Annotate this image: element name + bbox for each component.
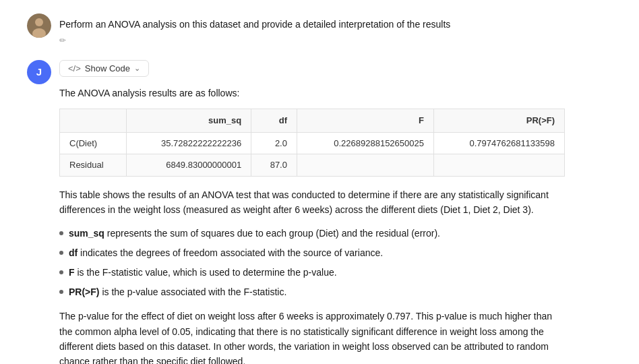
- bullet-dot: [59, 270, 63, 274]
- table-cell-row1-f: 0.22689288152650025: [297, 132, 433, 154]
- edit-icon[interactable]: ✏: [59, 34, 450, 47]
- table-cell-row2-df: 87.0: [251, 154, 297, 177]
- table-cell-row2-sumsq: 6849.83000000001: [127, 154, 251, 177]
- list-item: df indicates the degrees of freedom asso…: [59, 246, 565, 260]
- table-header-row-label: [60, 109, 127, 133]
- table-cell-row1-pr: 0.7974762681133598: [433, 132, 564, 154]
- table-cell-row1-sumsq: 35.72822222222236: [127, 132, 251, 154]
- table-header-sum-sq: sum_sq: [127, 109, 251, 133]
- list-item: F is the F-statistic value, which is use…: [59, 266, 565, 280]
- table-header-df: df: [251, 109, 297, 133]
- bullet-list: sum_sq represents the sum of squares due…: [59, 226, 565, 299]
- user-avatar: [27, 13, 51, 38]
- chevron-down-icon: ⌄: [134, 64, 140, 73]
- table-row: Residual 6849.83000000001 87.0: [60, 154, 565, 177]
- table-cell-row1-label: C(Diet): [60, 132, 127, 154]
- assistant-content: </> Show Code ⌄ The ANOVA analysis resul…: [59, 60, 565, 364]
- bullet-dot: [59, 231, 63, 235]
- intro-text: The ANOVA analysis results are as follow…: [59, 86, 565, 100]
- bullet-text-4: is the p-value associated with the F-sta…: [100, 286, 287, 297]
- bullet-term-3: F: [69, 267, 75, 278]
- table-cell-row2-f: [297, 154, 433, 177]
- user-message-bubble: Perform an ANOVA analysis on this datase…: [59, 13, 450, 47]
- user-message-text: Perform an ANOVA analysis on this datase…: [59, 19, 450, 30]
- show-code-button[interactable]: </> Show Code ⌄: [59, 60, 149, 77]
- table-header-pr: PR(>F): [433, 109, 564, 133]
- bullet-text-1: represents the sum of squares due to eac…: [104, 228, 440, 239]
- description-text: This table shows the results of an ANOVA…: [59, 187, 565, 218]
- table-cell-row2-label: Residual: [60, 154, 127, 177]
- bullet-text-3: is the F-statistic value, which is used …: [75, 267, 337, 278]
- bullet-text-2: indicates the degrees of freedom associa…: [78, 247, 383, 258]
- table-header-f: F: [297, 109, 433, 133]
- bullet-dot: [59, 251, 63, 255]
- conclusion-text: The p-value for the effect of diet on we…: [59, 309, 565, 364]
- anova-table: sum_sq df F PR(>F) C(Diet) 35.7282222222…: [59, 109, 565, 177]
- user-message-row: Perform an ANOVA analysis on this datase…: [27, 13, 612, 47]
- bullet-term-4: PR(>F): [69, 286, 100, 297]
- show-code-label: Show Code: [85, 63, 130, 73]
- bullet-term-1: sum_sq: [69, 228, 104, 239]
- svg-point-1: [35, 18, 43, 26]
- table-row: C(Diet) 35.72822222222236 2.0 0.22689288…: [60, 132, 565, 154]
- list-item: PR(>F) is the p-value associated with th…: [59, 285, 565, 299]
- assistant-message-row: J </> Show Code ⌄ The ANOVA analysis res…: [27, 60, 612, 364]
- bullet-term-2: df: [69, 247, 78, 258]
- list-item: sum_sq represents the sum of squares due…: [59, 226, 565, 241]
- table-cell-row2-pr: [433, 154, 564, 177]
- bullet-dot: [59, 290, 63, 294]
- assistant-avatar: J: [27, 60, 51, 84]
- code-icon: </>: [68, 63, 81, 73]
- table-cell-row1-df: 2.0: [251, 132, 297, 154]
